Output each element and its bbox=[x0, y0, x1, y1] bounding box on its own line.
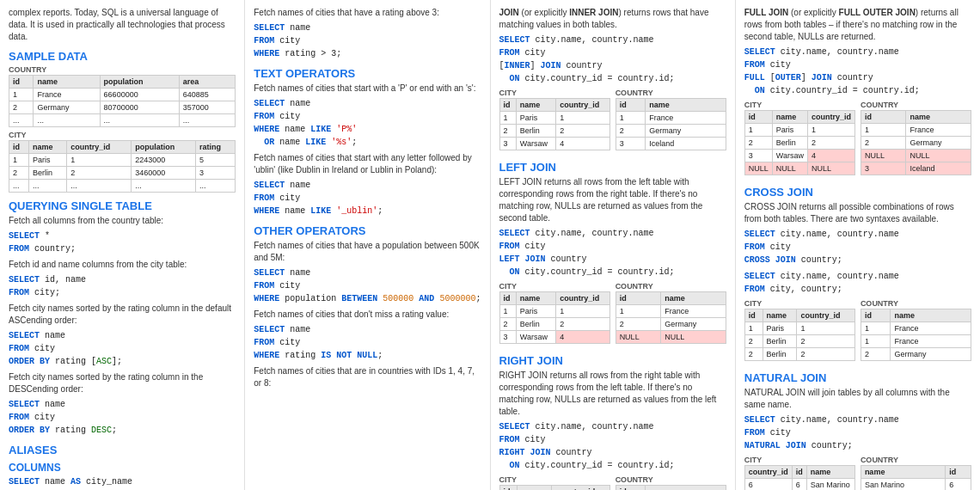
querying-desc1: Fetch all columns from the country table… bbox=[9, 215, 236, 227]
querying-desc4: Fetch city names sorted by the rating co… bbox=[9, 371, 236, 395]
code-like-ublin: SELECT name FROM city WHERE name LIKE '_… bbox=[254, 179, 481, 217]
code-right-join: SELECT city.name, country.name FROM city… bbox=[499, 420, 726, 472]
text-operators-desc1: Fetch names of cities that start with a … bbox=[254, 83, 481, 95]
code-is-not-null: SELECT name FROM city WHERE rating IS NO… bbox=[254, 323, 481, 362]
cross-join-desc: CROSS JOIN returns all possible combinat… bbox=[744, 201, 971, 225]
column-1: complex reports. Today, SQL is a univers… bbox=[0, 0, 245, 490]
code-select-all: SELECT * FROM country; bbox=[9, 230, 236, 255]
code-order-desc: SELECT name FROM city ORDER BY rating DE… bbox=[9, 398, 236, 437]
right-join-desc: RIGHT JOIN returns all rows from the rig… bbox=[499, 370, 726, 418]
city-table: idnamecountry_idpopulationrating 1Paris1… bbox=[9, 140, 236, 193]
city-table-section: CITY idnamecountry_idpopulationrating 1P… bbox=[9, 131, 236, 193]
city-label: CITY bbox=[9, 131, 236, 139]
natural-join-title: NATURAL JOIN bbox=[744, 371, 971, 384]
code-like-p-s: SELECT name FROM city WHERE name LIKE 'P… bbox=[254, 97, 481, 149]
aliases-title: ALIASES bbox=[9, 444, 236, 456]
cross-join-city-table: CITY idnamecountry_id 1Paris1 2Berlin2 2… bbox=[744, 299, 855, 364]
other-operators-desc2: Fetch names of cities that don't miss a … bbox=[254, 309, 481, 321]
natural-join-tables: CITY country_ididname 66San Marino 77Vat… bbox=[744, 456, 971, 490]
cross-join-title: CROSS JOIN bbox=[744, 186, 971, 199]
cross-join-country-table: COUNTRY idname 1France 1France 2Germany bbox=[861, 299, 971, 364]
page: complex reports. Today, SQL is a univers… bbox=[0, 0, 980, 490]
right-join-country-table: COUNTRY idname 1France 2Germany 3Iceland bbox=[616, 475, 726, 490]
querying-title: QUERYING SINGLE TABLE bbox=[9, 199, 236, 212]
left-join-country-table: COUNTRY idname 1France 2Germany NULLNULL bbox=[616, 282, 726, 347]
code-full-join: SELECT city.name, country.name FROM city… bbox=[744, 46, 971, 97]
right-join-city-table: CITY idnamecountry_id 1Paris1 2Berlin2 bbox=[499, 475, 610, 490]
column-4: FULL JOIN (or explicitly FULL OUTER JOIN… bbox=[736, 0, 980, 490]
city-join-table: CITY idnamecountry_id 1Paris1 2Berlin2 3… bbox=[499, 89, 610, 154]
country-join-table: COUNTRY idname 1France 2Germany 3Iceland bbox=[616, 89, 726, 154]
sample-data-title: SAMPLE DATA bbox=[9, 50, 236, 63]
country-label: COUNTRY bbox=[9, 65, 236, 74]
text-operators-title: TEXT OPERATORS bbox=[254, 67, 481, 80]
columns-title: COLUMNS bbox=[9, 462, 236, 474]
full-join-tables: CITY idnamecountry_id 1Paris1 2Berlin2 3… bbox=[744, 101, 971, 179]
other-operators-title: OTHER OPERATORS bbox=[254, 224, 481, 237]
natural-join-desc: NATURAL JOIN will join tables by all col… bbox=[744, 387, 971, 411]
natural-join-city-table: CITY country_ididname 66San Marino 77Vat… bbox=[744, 456, 855, 490]
querying-desc3: Fetch city names sorted by the rating co… bbox=[9, 303, 236, 327]
other-operators-desc1: Fetch names of cities that have a popula… bbox=[254, 240, 481, 264]
operators-intro: Fetch names of cities that have a rating… bbox=[254, 7, 481, 19]
code-order-asc: SELECT name FROM city ORDER BY rating [A… bbox=[9, 329, 236, 368]
querying-desc2: Fetch id and name columns from the city … bbox=[9, 259, 236, 271]
full-join-city-table: CITY idnamecountry_id 1Paris1 2Berlin2 3… bbox=[744, 101, 855, 179]
full-join-intro: FULL JOIN (or explicitly FULL OUTER JOIN… bbox=[744, 7, 971, 43]
column-3: JOIN (or explicitly INNER JOIN) returns … bbox=[491, 0, 736, 490]
join-intro: JOIN (or explicitly INNER JOIN) returns … bbox=[499, 7, 726, 31]
left-join-desc: LEFT JOIN returns all rows from the left… bbox=[499, 176, 726, 224]
intro-text: complex reports. Today, SQL is a univers… bbox=[9, 7, 236, 43]
column-2: Fetch names of cities that have a rating… bbox=[245, 0, 490, 490]
code-cross-join-1: SELECT city.name, country.name FROM city… bbox=[744, 228, 971, 266]
code-alias-column: SELECT name AS city_name bbox=[9, 475, 236, 488]
code-natural-join: SELECT city.name, country.name FROM city… bbox=[744, 413, 971, 452]
full-join-country-table: COUNTRY idname 1France 2Germany NULLNULL… bbox=[861, 101, 971, 179]
text-operators-desc2: Fetch names of cities that start with an… bbox=[254, 152, 481, 176]
left-join-title: LEFT JOIN bbox=[499, 161, 726, 174]
code-select-id-name: SELECT id, name FROM city; bbox=[9, 273, 236, 299]
other-operators-desc3: Fetch names of cities that are in countr… bbox=[254, 365, 481, 389]
left-join-tables: CITY idnamecountry_id 1Paris1 2Berlin2 3… bbox=[499, 282, 726, 347]
code-cross-join-2: SELECT city.name, country.name FROM city… bbox=[744, 270, 971, 296]
code-inner-join: SELECT city.name, country.name FROM city… bbox=[499, 34, 726, 85]
code-rating-above3: SELECT name FROM city WHERE rating > 3; bbox=[254, 21, 481, 60]
country-table-section: COUNTRY idnamepopulationarea 1France6660… bbox=[9, 65, 236, 127]
code-between: SELECT name FROM city WHERE population B… bbox=[254, 266, 481, 305]
country-table: idnamepopulationarea 1France666000006408… bbox=[9, 75, 236, 127]
left-join-city-table: CITY idnamecountry_id 1Paris1 2Berlin2 3… bbox=[499, 282, 610, 347]
cross-join-tables: CITY idnamecountry_id 1Paris1 2Berlin2 2… bbox=[744, 299, 971, 364]
right-join-title: RIGHT JOIN bbox=[499, 354, 726, 367]
right-join-tables: CITY idnamecountry_id 1Paris1 2Berlin2 C… bbox=[499, 475, 726, 490]
natural-join-country-table: COUNTRY nameid San Marino6 Vatican City7… bbox=[861, 456, 971, 490]
code-left-join: SELECT city.name, country.name FROM city… bbox=[499, 227, 726, 279]
inner-join-tables: CITY idnamecountry_id 1Paris1 2Berlin2 3… bbox=[499, 89, 726, 154]
